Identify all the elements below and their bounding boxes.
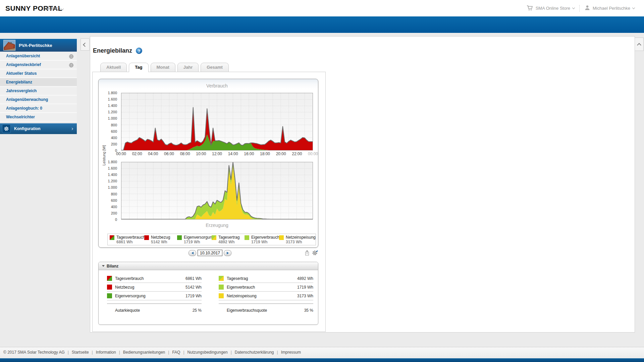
- footer-link[interactable]: FAQ: [172, 350, 180, 355]
- sidebar-item-anlagensteckbrief[interactable]: Anlagensteckbrief: [0, 61, 77, 69]
- row-value: 5142 Wh: [185, 285, 202, 290]
- bilanz-card: Bilanz Tagesverbrauch6861 WhNetzbezug514…: [98, 262, 318, 325]
- footer-link[interactable]: Datenschutzerklärung: [235, 350, 274, 355]
- legend-swatch: [177, 235, 182, 240]
- tab-aktuell[interactable]: Aktuell: [100, 63, 127, 72]
- legend-value: 5142 Wh: [151, 240, 170, 245]
- sidebar-item-konfiguration[interactable]: Konfiguration: [0, 123, 77, 134]
- table-row: Eigenversorgung1719 Wh: [107, 292, 202, 300]
- settings-gear-icon[interactable]: [312, 250, 318, 257]
- x-tick-label: 06:00: [161, 152, 177, 156]
- x-tick-label: 12:00: [209, 152, 225, 156]
- chart-title-erzeugung: Erzeugung: [121, 223, 313, 228]
- y-tick-label: 1.200: [108, 179, 117, 183]
- plant-name: PVA-Perlitschke: [19, 43, 52, 48]
- footer-separator: |: [231, 350, 232, 355]
- y-tick-label: 800: [111, 192, 117, 196]
- help-icon[interactable]: ?: [136, 48, 142, 54]
- tab-monat[interactable]: Monat: [151, 63, 175, 72]
- header-divider: [579, 5, 580, 12]
- user-menu[interactable]: Michael Perlitschke: [584, 5, 635, 12]
- sidebar-item-anlagenuebersicht[interactable]: Anlagenübersicht: [0, 52, 77, 61]
- top-header: SUNNY PORTAL Deutsch SMA Online Store Mi…: [0, 0, 644, 16]
- date-nav-center: [189, 250, 231, 256]
- sidebar-item-anlagenlogbuch[interactable]: Anlagenlogbuch: 0: [0, 104, 77, 113]
- footer-separator: |: [183, 350, 184, 355]
- user-name-label: Michael Perlitschke: [593, 6, 630, 11]
- legend-label: Netzeinspeisung: [286, 235, 316, 240]
- main-panel: Energiebilanz ? AktuellTagMonatJahrGesam…: [90, 36, 635, 333]
- tab-jahr[interactable]: Jahr: [177, 63, 199, 72]
- footer-separator: |: [168, 350, 169, 355]
- legend-item: Tagesertrag4892 Wh: [212, 235, 245, 245]
- scroll-top-button[interactable]: [634, 38, 644, 51]
- language-switcher[interactable]: Deutsch: [44, 0, 63, 16]
- previous-day-button[interactable]: [189, 250, 196, 256]
- y-tick-label: 200: [111, 142, 117, 146]
- x-tick-label: 08:00: [177, 152, 194, 156]
- legend-texts: Eigenverbrauch1719 Wh: [251, 235, 279, 245]
- online-store-menu[interactable]: SMA Online Store: [527, 5, 575, 12]
- chart-plot-verbrauch: [121, 93, 313, 150]
- legend-swatch: [110, 235, 114, 240]
- chart-legend: Tagesverbrauch6861 WhNetzbezug5142 WhEig…: [107, 234, 316, 245]
- sidebar-item-jahresvergleich[interactable]: Jahresvergleich: [0, 87, 77, 96]
- legend-label: Netzbezug: [151, 235, 170, 240]
- x-tick-label: 16:00: [240, 152, 257, 156]
- page-title-row: Energiebilanz ?: [93, 47, 142, 54]
- next-day-button[interactable]: [224, 250, 231, 256]
- table-row: Eigenverbrauch1719 Wh: [219, 283, 313, 292]
- x-tick-label: 10:00: [193, 152, 209, 156]
- y-tick-label: 1.400: [108, 104, 117, 108]
- legend-swatch: [144, 235, 149, 240]
- konfiguration-label: Konfiguration: [14, 126, 71, 131]
- footer-separator: |: [68, 350, 69, 355]
- footer-link[interactable]: Bedienungsanleitungen: [123, 350, 165, 355]
- summary-label: Eigenverbrauchsquote: [227, 308, 267, 313]
- tab-tag[interactable]: Tag: [129, 63, 148, 72]
- summary-row: Eigenverbrauchsquote35 %: [219, 306, 313, 315]
- chart-card: Verbrauch 1.8001.6001.4001.2001.00080060…: [98, 79, 318, 248]
- x-tick-label: 00:00: [113, 152, 129, 156]
- table-row: Tagesertrag4892 Wh: [219, 274, 313, 283]
- table-row: Tagesverbrauch6861 Wh: [107, 274, 202, 283]
- y-tick-label: 800: [111, 123, 117, 127]
- y-tick-label: 1.000: [108, 116, 117, 120]
- sidebar-item-energiebilanz[interactable]: Energiebilanz: [0, 78, 77, 87]
- table-row: Netzeinspeisung3173 Wh: [219, 292, 313, 300]
- summary-row: Autarkiequote25 %: [107, 306, 202, 315]
- footer-link[interactable]: Nutzungsbedingungen: [187, 350, 228, 355]
- sidebar-item-aktueller-status[interactable]: Aktueller Status: [0, 69, 77, 78]
- footer-separator: |: [277, 350, 278, 355]
- row-label: Eigenverbrauch: [227, 285, 255, 290]
- tab-content: Verbrauch 1.8001.6001.4001.2001.00080060…: [92, 72, 326, 332]
- chart-tools: [304, 250, 318, 257]
- legend-texts: Netzeinspeisung3173 Wh: [286, 235, 316, 245]
- y-tick-label: 600: [111, 198, 117, 202]
- chevron-right-icon: [71, 127, 73, 130]
- footer-link[interactable]: Information: [96, 350, 116, 355]
- y-tick-label: 1.400: [108, 173, 117, 177]
- date-input[interactable]: [198, 250, 222, 256]
- bilanz-table-right: Tagesertrag4892 WhEigenverbrauch1719 WhN…: [219, 274, 313, 315]
- date-navigation: [93, 250, 326, 257]
- bilanz-header[interactable]: Bilanz: [99, 262, 318, 270]
- legend-value: 3173 Wh: [286, 240, 316, 245]
- footer-link[interactable]: Impressum: [281, 350, 301, 355]
- row-value: 4892 Wh: [297, 276, 313, 281]
- sidebar-item-wechselrichter[interactable]: Wechselrichter: [0, 113, 77, 122]
- bilanz-title: Bilanz: [107, 264, 118, 268]
- footer-link[interactable]: Startseite: [72, 350, 89, 355]
- gear-icon: [2, 124, 11, 133]
- sidebar-collapse-button[interactable]: [80, 39, 90, 51]
- user-icon: [584, 5, 590, 12]
- export-icon[interactable]: [304, 250, 310, 257]
- tab-gesamt[interactable]: Gesamt: [201, 63, 229, 72]
- chevron-down-icon: [61, 7, 64, 10]
- plant-photo: [3, 40, 15, 51]
- sidebar-item-anlagenueberwachung[interactable]: Anlagenüberwachung: [0, 96, 77, 104]
- chart-svg: [121, 93, 313, 150]
- screen: SUNNY PORTAL Deutsch SMA Online Store Mi…: [0, 0, 644, 362]
- plant-header[interactable]: PVA-Perlitschke: [0, 39, 77, 52]
- legend-swatch: [245, 235, 249, 240]
